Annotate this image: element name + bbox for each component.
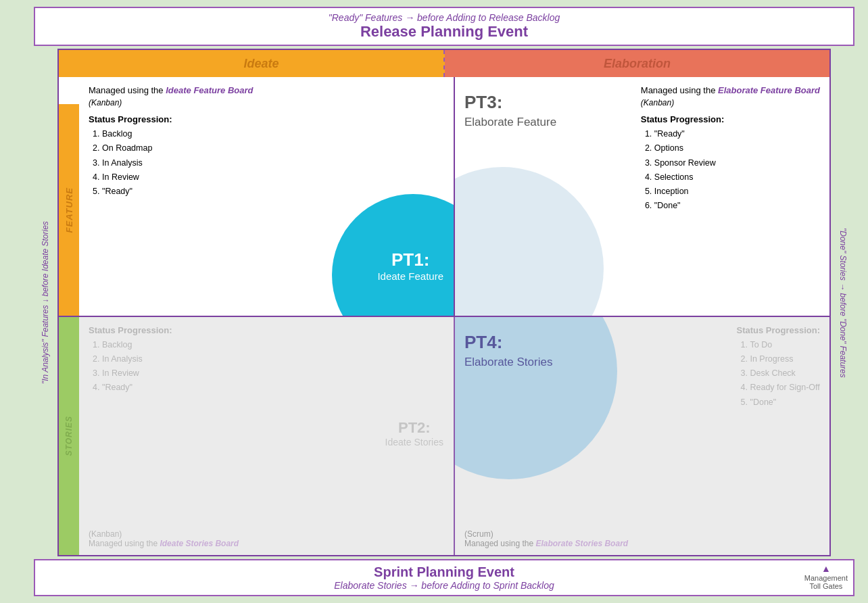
pt1-number: PT1:	[377, 249, 443, 270]
list-item: "Done"	[750, 395, 820, 410]
list-item: "Ready"	[102, 381, 444, 395]
br-content: Status Progression: To Do In Progress De…	[736, 325, 820, 410]
bl-content: Status Progression: Backlog In Analysis …	[89, 325, 444, 395]
br-managed: (Scrum) Managed using the Elaborate Stor…	[464, 529, 823, 548]
pt2-label: PT2: Ideate Stories	[385, 419, 443, 448]
bl-managed: (Kanban) Managed using the Ideate Storie…	[89, 529, 447, 548]
list-item: Ready for Sign-Off	[750, 381, 820, 395]
list-item: Backlog	[102, 127, 444, 141]
list-item: To Do	[750, 338, 820, 352]
list-item: Options	[654, 141, 820, 155]
color-bars-row: Ideate Elaboration	[59, 50, 829, 77]
pt1-name: Ideate Feature	[377, 270, 443, 282]
br-status-title: Status Progression:	[736, 325, 820, 335]
pt2-number: PT2:	[385, 419, 443, 437]
list-item: "Done"	[654, 199, 820, 213]
bottom-footer: Sprint Planning Event Elaborate Stories …	[34, 559, 854, 596]
list-item: In Progress	[750, 352, 820, 366]
sprint-planning-title: Sprint Planning Event	[42, 564, 846, 580]
pt3-name: Elaborate Feature	[464, 116, 600, 129]
toll-gates: ▲ ManagementToll Gates	[804, 563, 848, 590]
list-item: In Review	[102, 170, 444, 185]
cell-bottom-left: STORIES Status Progression: Backlog In A…	[59, 317, 455, 556]
grid-container: Ideate Elaboration FEATURE	[57, 49, 831, 556]
pt1-label: PT1: Ideate Feature	[377, 249, 443, 282]
grid-rows: FEATURE Managed using the Ideate Feature…	[59, 77, 829, 555]
feature-bar-text: FEATURE	[64, 187, 74, 233]
right-side-label: "Done" Stories → before "Done" Features	[831, 49, 854, 556]
stories-bar: STORIES	[59, 317, 79, 556]
tr-kanban: (Kanban)	[641, 98, 820, 107]
top-row: FEATURE Managed using the Ideate Feature…	[59, 77, 829, 317]
list-item: On Roadmap	[102, 141, 444, 155]
bottom-row: STORIES Status Progression: Backlog In A…	[59, 317, 829, 556]
color-bar-elaboration: Elaboration	[445, 50, 829, 77]
list-item: "Ready"	[654, 127, 820, 141]
tl-status-title: Status Progression:	[89, 114, 444, 124]
list-item: Selections	[654, 170, 820, 185]
elaborate-stories-text: Elaborate Stories → before Adding to Spr…	[42, 580, 846, 591]
br-status-list: To Do In Progress Desk Check Ready for S…	[736, 338, 820, 410]
feature-bar: FEATURE	[59, 104, 79, 316]
bl-status-title: Status Progression:	[89, 325, 444, 335]
release-planning-title: Release Planning Event	[42, 23, 846, 41]
middle-section: "In Analysis" Features ↓ before Ideate S…	[34, 49, 854, 556]
bl-status-list: Backlog In Analysis In Review "Ready"	[89, 338, 444, 395]
cell-top-right: PT3: Elaborate Feature Managed using the…	[455, 77, 829, 316]
tr-managed-line: Managed using the Elaborate Feature Boar…	[641, 85, 820, 95]
main-container: "Ready" Features → before Adding to Rele…	[34, 7, 854, 596]
toll-gates-label: ManagementToll Gates	[804, 574, 848, 590]
cell-top-left: FEATURE Managed using the Ideate Feature…	[59, 77, 455, 316]
list-item: In Analysis	[102, 156, 444, 170]
list-item: Inception	[654, 185, 820, 199]
cell-bottom-right: PT4: Elaborate Stories Status Progressio…	[455, 317, 829, 556]
toll-gates-triangle: ▲	[804, 563, 848, 574]
tr-content: Managed using the Elaborate Feature Boar…	[641, 85, 820, 214]
top-header: "Ready" Features → before Adding to Rele…	[34, 7, 854, 46]
color-bar-ideate: Ideate	[59, 50, 445, 77]
list-item: Sponsor Review	[654, 156, 820, 170]
tl-status-list: Backlog On Roadmap In Analysis In Review…	[89, 127, 444, 199]
list-item: Backlog	[102, 338, 444, 352]
tr-status-title: Status Progression:	[641, 114, 820, 124]
tl-managed-line: Managed using the Ideate Feature Board	[89, 85, 444, 95]
tr-status-list: "Ready" Options Sponsor Review Selection…	[641, 127, 820, 214]
list-item: In Review	[102, 366, 444, 381]
stories-bar-text: STORIES	[64, 416, 74, 456]
pt3-number: PT3:	[464, 92, 600, 113]
ready-features-text: "Ready" Features → before Adding to Rele…	[42, 12, 846, 23]
list-item: In Analysis	[102, 352, 444, 366]
list-item: Desk Check	[750, 366, 820, 381]
left-side-label: "In Analysis" Features ↓ before Ideate S…	[34, 49, 57, 556]
pt2-name: Ideate Stories	[385, 437, 443, 448]
pt3-label: PT3: Elaborate Feature	[464, 85, 600, 308]
tl-kanban: (Kanban)	[89, 98, 444, 107]
